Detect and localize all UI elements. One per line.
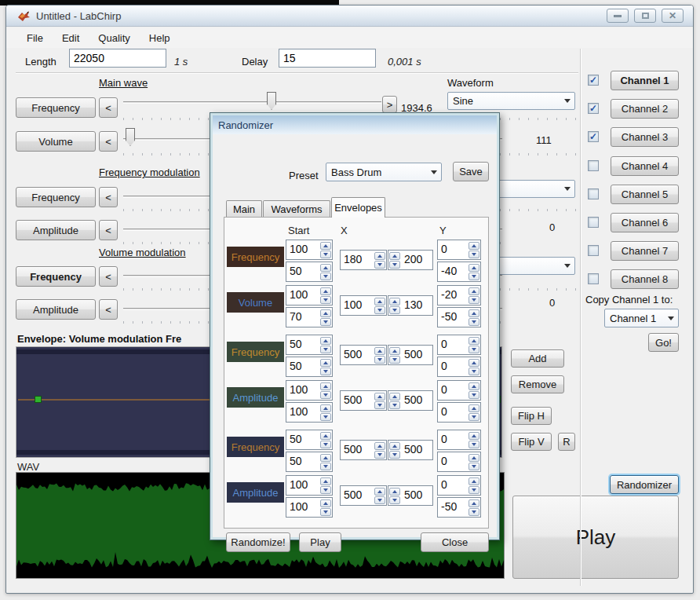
spin-up-button[interactable] <box>374 488 385 496</box>
spin-up-button[interactable] <box>468 432 479 440</box>
spin-down-button[interactable] <box>389 496 400 504</box>
spin-down-button[interactable] <box>468 508 479 516</box>
dialog-play-button[interactable]: Play <box>299 532 341 552</box>
spin-down-button[interactable] <box>389 401 400 409</box>
freq-mod-frequency-prev-button[interactable]: < <box>99 187 118 207</box>
main-volume-button[interactable]: Volume <box>16 131 96 152</box>
spin-up-button[interactable] <box>468 242 479 250</box>
spin-value[interactable]: 500 <box>401 346 432 364</box>
spin-value[interactable]: 500 <box>341 441 374 459</box>
main-frequency-next-button[interactable]: > <box>382 96 397 113</box>
spin-down-button[interactable] <box>468 486 479 494</box>
preset-select[interactable]: Bass Drum <box>326 163 442 181</box>
spin-value[interactable]: 0 <box>438 381 468 400</box>
spin-value[interactable]: 100 <box>286 476 319 495</box>
play-button[interactable]: Play <box>512 496 679 579</box>
spin-up-button[interactable] <box>389 488 400 496</box>
channel-3-checkbox[interactable]: ✓ <box>588 131 599 142</box>
spin-up-button[interactable] <box>320 309 331 317</box>
channel-4-button[interactable]: Channel 4 <box>611 156 679 176</box>
minimize-button[interactable] <box>607 9 629 23</box>
spin-value[interactable]: 100 <box>286 286 319 305</box>
spin-up-button[interactable] <box>320 477 331 485</box>
vol-mod-frequency-prev-button[interactable]: < <box>99 266 118 287</box>
spin-value[interactable]: 50 <box>286 357 319 376</box>
vol-mod-frequency-button[interactable]: Frequency <box>16 266 96 287</box>
spin-up-button[interactable] <box>389 442 400 450</box>
go-button[interactable]: Go! <box>648 333 679 352</box>
spin-down-button[interactable] <box>320 251 331 258</box>
spin-down-button[interactable] <box>468 391 479 399</box>
spin-down-button[interactable] <box>389 306 400 314</box>
channel-1-checkbox[interactable]: ✓ <box>588 75 599 86</box>
spin-value[interactable]: 100 <box>341 296 374 315</box>
waveform-select[interactable]: Sine <box>447 92 575 110</box>
spin-value[interactable]: 0 <box>438 476 468 495</box>
channel-8-button[interactable]: Channel 8 <box>611 269 679 289</box>
spin-down-button[interactable] <box>468 346 479 353</box>
spin-value[interactable]: 500 <box>341 346 374 364</box>
spin-up-button[interactable] <box>320 287 331 295</box>
spin-up-button[interactable] <box>320 499 331 507</box>
spin-up-button[interactable] <box>468 287 479 295</box>
spin-up-button[interactable] <box>468 264 479 272</box>
spin-value[interactable]: 0 <box>438 452 468 471</box>
spin-value[interactable]: 500 <box>401 391 432 410</box>
randomizer-button[interactable]: Randomizer <box>610 475 679 494</box>
channel-5-button[interactable]: Channel 5 <box>611 185 679 204</box>
spin-value[interactable]: 100 <box>286 498 319 517</box>
spin-value[interactable]: 0 <box>438 403 468 422</box>
spin-up-button[interactable] <box>468 309 479 317</box>
channel-5-checkbox[interactable] <box>588 188 599 199</box>
spin-down-button[interactable] <box>320 296 331 304</box>
spin-value[interactable]: -50 <box>438 308 468 327</box>
spin-down-button[interactable] <box>468 463 479 470</box>
spin-up-button[interactable] <box>468 454 479 462</box>
spin-up-button[interactable] <box>468 499 479 507</box>
menu-item-file[interactable]: File <box>17 29 53 47</box>
spin-down-button[interactable] <box>320 346 331 353</box>
spin-down-button[interactable] <box>374 451 385 459</box>
spin-up-button[interactable] <box>374 298 385 305</box>
spin-value[interactable]: -50 <box>438 498 468 517</box>
main-frequency-button[interactable]: Frequency <box>16 97 96 118</box>
channel-2-button[interactable]: Channel 2 <box>611 99 679 119</box>
menu-item-edit[interactable]: Edit <box>53 29 89 47</box>
spin-up-button[interactable] <box>320 242 331 250</box>
spin-down-button[interactable] <box>320 368 331 375</box>
copy-channel-select[interactable]: Channel 1 <box>604 309 679 327</box>
spin-value[interactable]: -20 <box>438 286 468 305</box>
spin-down-button[interactable] <box>389 356 400 364</box>
envelope-r-button[interactable]: R <box>558 433 575 451</box>
spin-value[interactable]: -40 <box>438 262 468 281</box>
spin-up-button[interactable] <box>320 454 331 462</box>
main-volume-prev-button[interactable]: < <box>99 131 118 152</box>
spin-up-button[interactable] <box>320 404 331 412</box>
channel-1-button[interactable]: Channel 1 <box>611 71 679 90</box>
spin-down-button[interactable] <box>468 368 479 375</box>
main-frequency-prev-button[interactable]: < <box>99 97 118 118</box>
envelope-flip-h-button[interactable]: Flip H <box>511 407 552 425</box>
freq-mod-frequency-button[interactable]: Frequency <box>16 187 96 207</box>
envelope-flip-v-button[interactable]: Flip V <box>511 433 552 451</box>
channel-7-checkbox[interactable] <box>588 245 599 256</box>
spin-value[interactable]: 100 <box>286 403 319 422</box>
channel-3-button[interactable]: Channel 3 <box>611 127 679 147</box>
envelope-add-button[interactable]: Add <box>511 349 564 368</box>
spin-down-button[interactable] <box>389 261 400 269</box>
spin-value[interactable]: 50 <box>286 452 319 471</box>
spin-up-button[interactable] <box>320 382 331 390</box>
spin-up-button[interactable] <box>468 382 479 390</box>
spin-down-button[interactable] <box>320 391 331 399</box>
channel-7-button[interactable]: Channel 7 <box>611 241 679 261</box>
spin-down-button[interactable] <box>468 296 479 304</box>
vol-mod-amplitude-button[interactable]: Amplitude <box>16 299 96 320</box>
spin-down-button[interactable] <box>468 413 479 421</box>
channel-6-checkbox[interactable] <box>588 217 599 228</box>
spin-down-button[interactable] <box>374 401 385 409</box>
spin-value[interactable]: 130 <box>401 296 432 315</box>
spin-up-button[interactable] <box>389 347 400 355</box>
spin-value[interactable]: 500 <box>401 486 432 505</box>
tab-envelopes[interactable]: Envelopes <box>331 197 385 218</box>
channel-6-button[interactable]: Channel 6 <box>611 213 679 232</box>
